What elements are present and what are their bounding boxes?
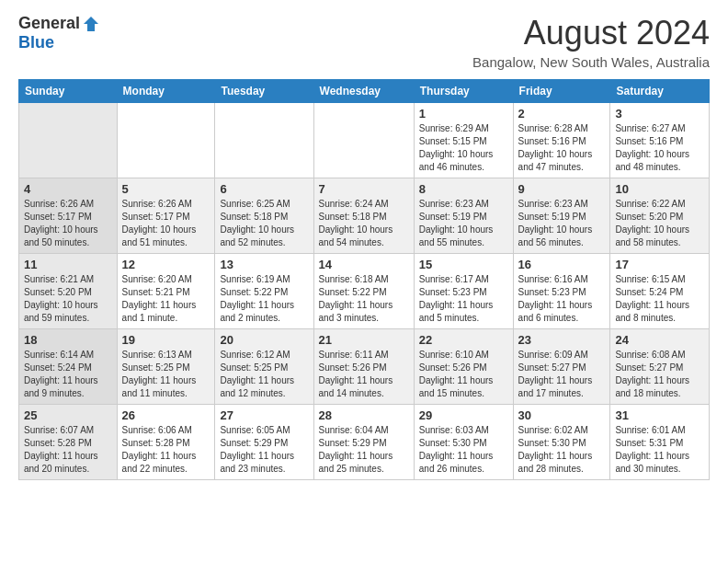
- calendar-cell: 26Sunrise: 6:06 AMSunset: 5:28 PMDayligh…: [117, 405, 215, 480]
- calendar-cell: 10Sunrise: 6:22 AMSunset: 5:20 PMDayligh…: [610, 178, 710, 254]
- day-info: Sunrise: 6:26 AMSunset: 5:17 PMDaylight:…: [24, 198, 112, 249]
- day-number: 26: [122, 408, 210, 422]
- day-number: 3: [615, 107, 704, 121]
- day-info: Sunrise: 6:13 AMSunset: 5:25 PMDaylight:…: [122, 349, 210, 400]
- calendar-week-4: 18Sunrise: 6:14 AMSunset: 5:24 PMDayligh…: [19, 329, 710, 405]
- calendar-cell: 6Sunrise: 6:25 AMSunset: 5:18 PMDaylight…: [215, 178, 313, 254]
- calendar-cell: 24Sunrise: 6:08 AMSunset: 5:27 PMDayligh…: [610, 329, 710, 405]
- header: General Blue August 2024 Bangalow, New S…: [18, 14, 710, 70]
- calendar-cell: 20Sunrise: 6:12 AMSunset: 5:25 PMDayligh…: [215, 329, 313, 405]
- calendar-cell: 28Sunrise: 6:04 AMSunset: 5:29 PMDayligh…: [313, 405, 414, 480]
- day-number: 30: [518, 408, 606, 422]
- weekday-wednesday: Wednesday: [313, 80, 414, 103]
- day-number: 2: [518, 107, 606, 121]
- day-number: 14: [319, 258, 409, 271]
- calendar-cell: 13Sunrise: 6:19 AMSunset: 5:22 PMDayligh…: [215, 254, 313, 329]
- calendar-cell: 5Sunrise: 6:26 AMSunset: 5:17 PMDaylight…: [117, 178, 215, 254]
- calendar-cell: 15Sunrise: 6:17 AMSunset: 5:23 PMDayligh…: [414, 254, 513, 329]
- day-number: 22: [419, 333, 508, 347]
- logo: General Blue: [18, 14, 100, 52]
- weekday-sunday: Sunday: [19, 80, 118, 103]
- calendar-cell: 25Sunrise: 6:07 AMSunset: 5:28 PMDayligh…: [19, 405, 118, 480]
- day-info: Sunrise: 6:23 AMSunset: 5:19 PMDaylight:…: [518, 198, 606, 249]
- calendar-cell: [215, 103, 313, 178]
- day-info: Sunrise: 6:03 AMSunset: 5:30 PMDaylight:…: [419, 424, 508, 476]
- day-info: Sunrise: 6:17 AMSunset: 5:23 PMDaylight:…: [419, 273, 508, 325]
- calendar-cell: 29Sunrise: 6:03 AMSunset: 5:30 PMDayligh…: [414, 405, 513, 480]
- logo-general-text: General: [18, 14, 80, 33]
- calendar-week-5: 25Sunrise: 6:07 AMSunset: 5:28 PMDayligh…: [19, 405, 710, 480]
- day-info: Sunrise: 6:04 AMSunset: 5:29 PMDaylight:…: [319, 424, 409, 476]
- day-info: Sunrise: 6:27 AMSunset: 5:16 PMDaylight:…: [615, 122, 704, 174]
- day-number: 13: [220, 258, 308, 271]
- day-number: 16: [518, 258, 606, 271]
- calendar-cell: 11Sunrise: 6:21 AMSunset: 5:20 PMDayligh…: [19, 254, 118, 329]
- weekday-header-row: SundayMondayTuesdayWednesdayThursdayFrid…: [19, 80, 710, 103]
- logo-icon: [82, 15, 100, 33]
- calendar-week-3: 11Sunrise: 6:21 AMSunset: 5:20 PMDayligh…: [19, 254, 710, 329]
- day-info: Sunrise: 6:29 AMSunset: 5:15 PMDaylight:…: [419, 122, 508, 174]
- day-number: 7: [319, 182, 409, 196]
- title-area: August 2024 Bangalow, New South Wales, A…: [472, 14, 710, 70]
- day-number: 5: [122, 182, 210, 196]
- calendar-cell: 31Sunrise: 6:01 AMSunset: 5:31 PMDayligh…: [610, 405, 710, 480]
- calendar-cell: [313, 103, 414, 178]
- day-number: 18: [24, 333, 112, 347]
- calendar-cell: 23Sunrise: 6:09 AMSunset: 5:27 PMDayligh…: [513, 329, 610, 405]
- svg-marker-0: [84, 17, 98, 31]
- calendar-cell: 30Sunrise: 6:02 AMSunset: 5:30 PMDayligh…: [513, 405, 610, 480]
- day-info: Sunrise: 6:09 AMSunset: 5:27 PMDaylight:…: [518, 349, 606, 400]
- weekday-friday: Friday: [513, 80, 610, 103]
- day-number: 24: [615, 333, 704, 347]
- day-number: 12: [122, 258, 210, 271]
- calendar-cell: 12Sunrise: 6:20 AMSunset: 5:21 PMDayligh…: [117, 254, 215, 329]
- day-info: Sunrise: 6:06 AMSunset: 5:28 PMDaylight:…: [122, 424, 210, 476]
- calendar-week-2: 4Sunrise: 6:26 AMSunset: 5:17 PMDaylight…: [19, 178, 710, 254]
- calendar-cell: 27Sunrise: 6:05 AMSunset: 5:29 PMDayligh…: [215, 405, 313, 480]
- calendar-cell: [117, 103, 215, 178]
- day-info: Sunrise: 6:20 AMSunset: 5:21 PMDaylight:…: [122, 273, 210, 325]
- day-number: 8: [419, 182, 508, 196]
- day-number: 17: [615, 258, 704, 271]
- day-info: Sunrise: 6:26 AMSunset: 5:17 PMDaylight:…: [122, 198, 210, 249]
- day-info: Sunrise: 6:18 AMSunset: 5:22 PMDaylight:…: [319, 273, 409, 325]
- day-number: 31: [615, 408, 704, 422]
- day-info: Sunrise: 6:15 AMSunset: 5:24 PMDaylight:…: [615, 273, 704, 325]
- location: Bangalow, New South Wales, Australia: [472, 54, 710, 70]
- day-info: Sunrise: 6:25 AMSunset: 5:18 PMDaylight:…: [220, 198, 308, 249]
- day-number: 6: [220, 182, 308, 196]
- calendar-week-1: 1Sunrise: 6:29 AMSunset: 5:15 PMDaylight…: [19, 103, 710, 178]
- calendar-cell: 17Sunrise: 6:15 AMSunset: 5:24 PMDayligh…: [610, 254, 710, 329]
- calendar-cell: 9Sunrise: 6:23 AMSunset: 5:19 PMDaylight…: [513, 178, 610, 254]
- month-title: August 2024: [472, 14, 710, 52]
- day-info: Sunrise: 6:12 AMSunset: 5:25 PMDaylight:…: [220, 349, 308, 400]
- calendar-cell: 21Sunrise: 6:11 AMSunset: 5:26 PMDayligh…: [313, 329, 414, 405]
- day-info: Sunrise: 6:21 AMSunset: 5:20 PMDaylight:…: [24, 273, 112, 325]
- day-number: 4: [24, 182, 112, 196]
- calendar-page: General Blue August 2024 Bangalow, New S…: [0, 0, 728, 563]
- day-info: Sunrise: 6:01 AMSunset: 5:31 PMDaylight:…: [615, 424, 704, 476]
- weekday-tuesday: Tuesday: [215, 80, 313, 103]
- day-info: Sunrise: 6:24 AMSunset: 5:18 PMDaylight:…: [319, 198, 409, 249]
- day-number: 23: [518, 333, 606, 347]
- day-info: Sunrise: 6:19 AMSunset: 5:22 PMDaylight:…: [220, 273, 308, 325]
- day-number: 20: [220, 333, 308, 347]
- calendar-table: SundayMondayTuesdayWednesdayThursdayFrid…: [18, 79, 710, 480]
- calendar-cell: 16Sunrise: 6:16 AMSunset: 5:23 PMDayligh…: [513, 254, 610, 329]
- day-info: Sunrise: 6:11 AMSunset: 5:26 PMDaylight:…: [319, 349, 409, 400]
- day-number: 9: [518, 182, 606, 196]
- day-number: 28: [319, 408, 409, 422]
- calendar-cell: 14Sunrise: 6:18 AMSunset: 5:22 PMDayligh…: [313, 254, 414, 329]
- calendar-cell: 1Sunrise: 6:29 AMSunset: 5:15 PMDaylight…: [414, 103, 513, 178]
- day-info: Sunrise: 6:14 AMSunset: 5:24 PMDaylight:…: [24, 349, 112, 400]
- weekday-thursday: Thursday: [414, 80, 513, 103]
- day-info: Sunrise: 6:07 AMSunset: 5:28 PMDaylight:…: [24, 424, 112, 476]
- day-info: Sunrise: 6:23 AMSunset: 5:19 PMDaylight:…: [419, 198, 508, 249]
- calendar-cell: 22Sunrise: 6:10 AMSunset: 5:26 PMDayligh…: [414, 329, 513, 405]
- day-number: 11: [24, 258, 112, 271]
- day-info: Sunrise: 6:16 AMSunset: 5:23 PMDaylight:…: [518, 273, 606, 325]
- weekday-monday: Monday: [117, 80, 215, 103]
- day-info: Sunrise: 6:05 AMSunset: 5:29 PMDaylight:…: [220, 424, 308, 476]
- calendar-cell: 8Sunrise: 6:23 AMSunset: 5:19 PMDaylight…: [414, 178, 513, 254]
- day-number: 25: [24, 408, 112, 422]
